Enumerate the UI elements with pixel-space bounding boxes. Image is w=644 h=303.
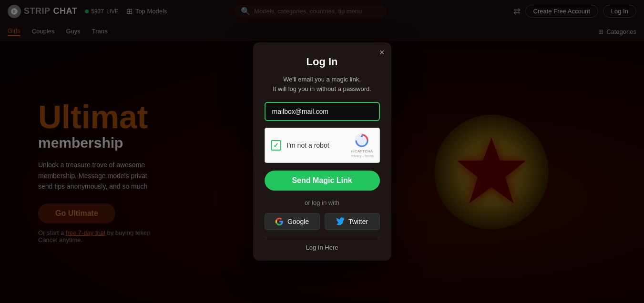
recaptcha-label: I'm not a robot — [287, 141, 345, 149]
twitter-icon — [336, 217, 345, 226]
login-modal: × Log In We'll email you a magic link. I… — [253, 42, 391, 261]
modal-or-label: or log in with — [265, 199, 380, 206]
send-magic-link-button[interactable]: Send Magic Link — [265, 171, 380, 191]
modal-footer-login[interactable]: Log In Here — [265, 238, 380, 251]
google-icon — [275, 217, 284, 226]
recaptcha-brand: reCAPTCHA — [351, 149, 373, 153]
modal-overlay[interactable]: × Log In We'll email you a magic link. I… — [0, 0, 644, 303]
recaptcha-logo: reCAPTCHA Privacy - Terms — [350, 133, 373, 158]
recaptcha-policy: Privacy - Terms — [350, 154, 373, 158]
twitter-label: Twitter — [348, 218, 368, 225]
google-label: Google — [287, 218, 309, 225]
modal-subtitle: We'll email you a magic link. It will lo… — [265, 75, 380, 93]
recaptcha-box[interactable]: ✓ I'm not a robot reCAPTCHA Privacy - Te… — [265, 128, 380, 163]
modal-close-button[interactable]: × — [379, 48, 385, 57]
modal-title: Log In — [265, 56, 380, 68]
google-login-button[interactable]: Google — [265, 213, 320, 230]
recaptcha-checkbox[interactable]: ✓ — [271, 140, 281, 151]
email-input[interactable] — [265, 102, 380, 121]
modal-subtitle-line1: We'll email you a magic link. — [283, 76, 361, 83]
social-buttons: Google Twitter — [265, 213, 380, 230]
twitter-login-button[interactable]: Twitter — [325, 213, 380, 230]
recaptcha-icon — [354, 133, 369, 148]
modal-subtitle-line2: It will log you in without a password. — [273, 85, 371, 92]
